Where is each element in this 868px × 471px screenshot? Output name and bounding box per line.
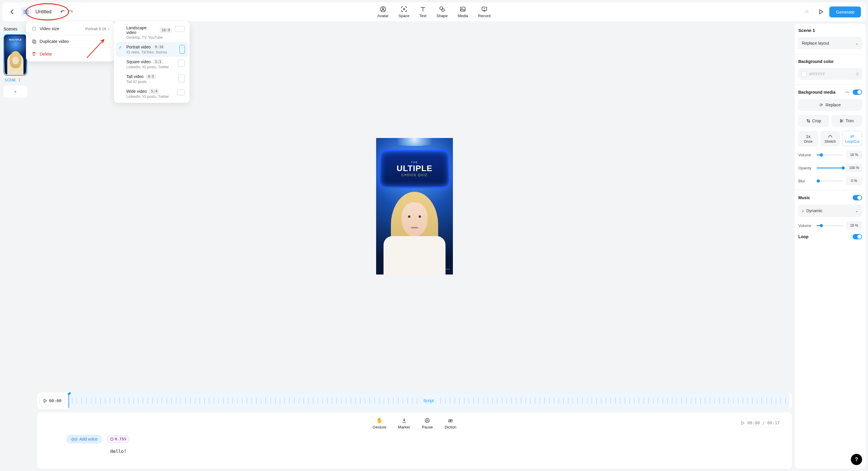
add-voice-label: Add voice (80, 437, 97, 441)
video-size-label: Video size (39, 26, 59, 31)
marker-icon (402, 417, 407, 424)
scissors-icon (840, 119, 844, 123)
canvas-frame[interactable]: THE ULTIPLE CHOICE QUIZ ✦synthesia (376, 138, 453, 274)
playhead[interactable] (68, 392, 70, 409)
pause-chip-value: 0.75S (115, 437, 126, 441)
music-volume-slider-row: Volume 18 % (798, 221, 862, 230)
seg-loop-cut[interactable]: ⇄ Loop/Cut (842, 131, 862, 146)
sound-wave-icon: ı|ıı|ı (71, 437, 78, 441)
tool-text[interactable]: Text (420, 6, 427, 18)
music-volume-slider[interactable] (817, 225, 843, 226)
avatar-icon (380, 6, 386, 12)
replace-media-button[interactable]: ⟳ Replace (798, 99, 862, 111)
bg-media-label: Background media (798, 90, 836, 94)
chevron-down-icon: ⌄ (855, 41, 859, 46)
back-button[interactable] (7, 7, 17, 17)
opacity-value[interactable]: 100 % (846, 164, 862, 172)
tool-media[interactable]: Media (458, 6, 468, 18)
tool-avatar[interactable]: Avatar (378, 6, 389, 18)
size-option-9-16[interactable]: ✓Portrait video9:16IG reels, TikToks, St… (116, 42, 188, 57)
size-option-16-9[interactable]: ✓Landscape video16:9Desktop, TV, YouTube (116, 23, 188, 42)
menu-item-video-size[interactable]: Video size Portrait 9:16 › (28, 23, 113, 34)
size-option-5-4[interactable]: ✓Wide video5:4LinkedIn, IG posts, Twitte… (116, 86, 188, 101)
script-tool-pause[interactable]: Pause (422, 417, 433, 429)
generate-button[interactable]: Generate (829, 6, 861, 18)
trim-button[interactable]: Trim (831, 115, 862, 127)
play-icon (818, 9, 824, 14)
space-icon (401, 6, 407, 12)
music-select[interactable]: ♪ Dynamic ⌄ (798, 204, 862, 217)
stretch-icon (828, 134, 833, 139)
sign-sub: CHOICE QUIZ (402, 173, 428, 177)
script-tool-gesture[interactable]: ✋ Gesture (373, 417, 386, 429)
aspect-preview (178, 60, 185, 67)
loop-label: Loop (798, 234, 808, 239)
shape-icon (439, 6, 445, 12)
once-icon: 1x (806, 134, 810, 139)
video-size-current: Portrait 9:16 (85, 27, 106, 31)
menu-item-delete[interactable]: Delete (28, 49, 113, 60)
bg-media-toggle[interactable] (852, 90, 862, 95)
bg-color-field[interactable]: #FFFFFF ⊘ (798, 68, 862, 80)
divider (812, 8, 813, 16)
pause-chip[interactable]: 0.75S (107, 435, 130, 443)
opacity-slider[interactable] (817, 168, 843, 169)
blur-slider[interactable] (817, 180, 843, 181)
aspect-preview (175, 26, 185, 32)
preview-play-button[interactable] (816, 7, 826, 17)
script-tool-marker[interactable]: Marker (398, 417, 410, 429)
chevron-left-icon (10, 9, 13, 14)
timeline-play-button[interactable]: 00:00 (39, 396, 65, 405)
size-option-4-5[interactable]: ✓Tall video4:5Tall IG posts (116, 71, 188, 86)
chevron-down-icon: ⌄ (855, 208, 859, 213)
volume-value[interactable]: 18 % (846, 150, 862, 159)
timeline-current-time: 00:00 (49, 398, 61, 403)
seg-stretch[interactable]: Stretch (820, 131, 840, 146)
tool-text-label: Text (420, 13, 427, 18)
redo-button[interactable]: ↷ (69, 8, 73, 15)
music-label: Music (798, 195, 810, 200)
crop-button[interactable]: Crop (798, 115, 829, 127)
bg-media-more-button[interactable]: ··· (845, 90, 850, 94)
scene-title: Scene 1 (798, 28, 862, 33)
aspect-preview (180, 45, 185, 54)
menu-button[interactable] (21, 7, 31, 17)
text-icon (420, 6, 426, 12)
loop-toggle[interactable] (852, 234, 862, 239)
timeline-track[interactable]: Script (68, 392, 789, 409)
sign-the: THE (411, 161, 418, 164)
seg-once[interactable]: 1x Once (798, 131, 818, 146)
project-title[interactable]: Untitled (35, 9, 51, 14)
svg-point-8 (484, 8, 485, 9)
music-volume-value[interactable]: 18 % (846, 221, 862, 230)
music-toggle[interactable] (852, 195, 862, 200)
add-scene-button[interactable]: + (4, 86, 27, 97)
scene-thumb-1[interactable]: MULTIPLE (4, 34, 27, 76)
script-tool-diction[interactable]: æ Diction (445, 417, 457, 429)
svg-point-1 (382, 8, 384, 9)
volume-slider-row: Volume 18 % (798, 150, 862, 159)
timeline-script-label: Script (421, 398, 436, 403)
aspect-preview (177, 89, 185, 95)
replace-layout-select[interactable]: Replace layout ⌄ (798, 37, 862, 49)
tool-record[interactable]: Record (478, 6, 491, 18)
loop-icon: ⇄ (850, 134, 854, 139)
size-option-1-1[interactable]: ✓Square video1:1LinkedIn, IG posts, Twit… (116, 57, 188, 71)
script-play-button[interactable]: 00:00 / 00:17 (737, 418, 783, 427)
video-size-submenu: ✓Landscape video16:9Desktop, TV, YouTube… (114, 21, 190, 103)
help-button[interactable]: ? (851, 454, 862, 465)
undo-button[interactable]: ↶ (60, 8, 65, 15)
visibility-off-icon[interactable]: ⊘ (856, 71, 859, 76)
blur-value[interactable]: 0 % (846, 176, 862, 185)
aspect-preview (178, 75, 185, 83)
tool-shape[interactable]: Shape (437, 6, 448, 18)
scene-thumb-title: MULTIPLE (4, 38, 27, 41)
bg-color-label: Background color (798, 59, 862, 64)
svg-rect-9 (32, 27, 35, 30)
script-text[interactable]: Hello! (43, 449, 786, 454)
tool-space[interactable]: Space (399, 6, 409, 18)
menu-item-duplicate[interactable]: Duplicate video (28, 36, 113, 47)
add-voice-chip[interactable]: ı|ıı|ı Add voice (66, 435, 102, 443)
play-icon (43, 399, 47, 403)
volume-slider[interactable] (817, 154, 843, 155)
